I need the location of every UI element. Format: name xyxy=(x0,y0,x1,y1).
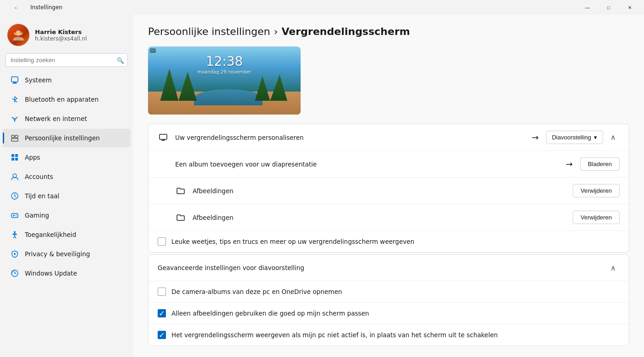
fit-checkbox[interactable]: ✓ xyxy=(158,309,166,317)
back-icon: ← xyxy=(14,5,18,10)
svg-rect-23 xyxy=(160,134,167,139)
sidebar-item-label: Tijd en taal xyxy=(25,192,59,200)
ls-water xyxy=(194,89,262,105)
breadcrumb: Persoonlijke instellingen › Vergrendelin… xyxy=(148,26,629,37)
dropdown-arrow-icon: ▾ xyxy=(594,134,597,141)
advanced-settings-card: Geavanceerde instellingen voor diavoorst… xyxy=(148,254,629,346)
close-button[interactable]: ✕ xyxy=(619,0,640,15)
personalize-collapse-btn[interactable]: ∧ xyxy=(607,131,620,144)
dropdown-value: Diavoorstelling xyxy=(552,134,591,141)
lockscreen-corner: ··· xyxy=(150,48,156,53)
search-box: 🔍 xyxy=(6,53,128,67)
breadcrumb-parent[interactable]: Persoonlijke instellingen xyxy=(148,26,270,37)
svg-rect-6 xyxy=(11,135,14,138)
profile-name: Harrie Kisters xyxy=(35,29,87,35)
minimize-button[interactable]: — xyxy=(577,0,598,15)
sidebar-item-label: Netwerk en internet xyxy=(25,115,87,122)
album-label: Een album toevoegen voor uw diapresentat… xyxy=(175,161,566,168)
advanced-collapse-btn[interactable]: ∧ xyxy=(607,261,620,274)
window-controls: — □ ✕ xyxy=(577,0,640,15)
svg-point-21 xyxy=(14,253,16,255)
app-container: Harrie Kisters h.kisters@xs4all.nl 🔍 Sys… xyxy=(0,15,644,357)
sidebar-item-toegankelijkheid[interactable]: Toegankelijkheid xyxy=(3,225,131,244)
svg-rect-5 xyxy=(11,138,18,141)
fit-label: Alleen afbeeldingen gebruiken die goed o… xyxy=(171,310,369,317)
sidebar-item-netwerk[interactable]: Netwerk en internet xyxy=(3,109,131,128)
lockscreen-preview: 12:38 maandag 29 november ··· xyxy=(148,46,301,115)
systeem-icon xyxy=(10,75,19,85)
sidebar-item-persoonlijk[interactable]: Persoonlijke instellingen xyxy=(3,129,131,147)
folder-icon-1 xyxy=(175,185,186,196)
sidebar-item-apps[interactable]: Apps xyxy=(3,148,131,167)
sidebar-item-label: Accounts xyxy=(25,173,53,180)
folder-control-2: Verwijderen xyxy=(573,211,620,224)
folder-label-1: Afbeeldingen xyxy=(193,187,573,195)
profile-info: Harrie Kisters h.kisters@xs4all.nl xyxy=(35,29,87,42)
sidebar-item-label: Systeem xyxy=(25,76,52,84)
sidebar-item-tijd[interactable]: Tijd en taal xyxy=(3,187,131,205)
sidebar-item-bluetooth[interactable]: Bluetooth en apparaten xyxy=(3,90,131,109)
sidebar-item-label: Gaming xyxy=(25,212,49,219)
breadcrumb-separator: › xyxy=(274,26,278,37)
tips-checkbox[interactable] xyxy=(158,237,166,246)
svg-rect-9 xyxy=(15,154,18,157)
sidebar-item-privacy[interactable]: Privacy & beveiliging xyxy=(3,245,131,263)
svg-point-12 xyxy=(13,174,17,178)
maximize-icon: □ xyxy=(607,5,610,10)
personalize-label: Uw vergrendelingsscherm personaliseren xyxy=(175,134,532,141)
bladeren-button[interactable]: Bladeren xyxy=(580,157,620,171)
tips-label: Leuke weetjes, tips en trucs en meer op … xyxy=(171,238,414,245)
svg-point-17 xyxy=(16,215,17,216)
svg-point-18 xyxy=(16,216,17,217)
accounts-icon xyxy=(10,172,19,181)
maximize-button[interactable]: □ xyxy=(598,0,619,15)
advanced-row-2: ✓ Het vergrendelingsscherm weergeven als… xyxy=(148,324,629,345)
arrow-right-icon-2: → xyxy=(566,159,573,169)
windows-update-icon xyxy=(10,269,19,278)
sidebar: Harrie Kisters h.kisters@xs4all.nl 🔍 Sys… xyxy=(0,15,133,357)
personalize-dropdown[interactable]: Diavoorstelling ▾ xyxy=(546,131,603,144)
personalize-icon xyxy=(158,132,169,143)
sidebar-item-label: Persoonlijke instellingen xyxy=(25,134,100,142)
svg-rect-11 xyxy=(15,158,18,161)
folder-label-2: Afbeeldingen xyxy=(193,214,573,221)
advanced-section-header: Geavanceerde instellingen voor diavoorst… xyxy=(148,255,629,281)
screenoff-checkbox[interactable]: ✓ xyxy=(158,331,166,339)
personalize-control: → Diavoorstelling ▾ ∧ xyxy=(532,131,620,144)
camera-checkbox[interactable] xyxy=(158,288,166,296)
apps-icon xyxy=(10,153,19,162)
sidebar-item-label: Bluetooth en apparaten xyxy=(25,96,99,103)
album-row: Een album toevoegen voor uw diapresentat… xyxy=(148,151,629,178)
camera-label: De camera-albums van deze pc en OneDrive… xyxy=(171,288,342,295)
screenoff-label: Het vergrendelingsscherm weergeven als m… xyxy=(171,331,498,339)
sidebar-item-label: Toegankelijkheid xyxy=(25,231,76,238)
sidebar-item-windows-update[interactable]: Windows Update xyxy=(3,264,131,282)
svg-rect-10 xyxy=(11,158,14,161)
titlebar: ← Instellingen — □ ✕ xyxy=(0,0,644,15)
svg-point-4 xyxy=(14,121,16,122)
minimize-icon: — xyxy=(585,5,590,10)
persoonlijk-icon xyxy=(10,133,19,143)
sidebar-profile: Harrie Kisters h.kisters@xs4all.nl xyxy=(0,18,133,53)
svg-rect-1 xyxy=(11,77,18,82)
verwijderen-button-2[interactable]: Verwijderen xyxy=(573,211,620,224)
tijd-icon xyxy=(10,191,19,201)
tips-row: Leuke weetjes, tips en trucs en meer op … xyxy=(148,231,629,252)
window-title: Instellingen xyxy=(30,4,63,11)
titlebar-left: ← Instellingen xyxy=(6,0,63,15)
back-button[interactable]: ← xyxy=(6,0,27,15)
collapse-icon: ∧ xyxy=(610,133,616,142)
verwijderen-button-1[interactable]: Verwijderen xyxy=(573,184,620,197)
folder-row-2: Afbeeldingen Verwijderen xyxy=(148,204,629,231)
arrow-right-icon: → xyxy=(532,132,539,142)
svg-rect-7 xyxy=(15,135,18,138)
personalize-row: Uw vergrendelingsscherm personaliseren →… xyxy=(148,124,629,151)
svg-rect-8 xyxy=(11,154,14,157)
sidebar-item-label: Apps xyxy=(25,154,40,161)
search-input[interactable] xyxy=(6,53,128,67)
advanced-row-1: ✓ Alleen afbeeldingen gebruiken die goed… xyxy=(148,303,629,324)
sidebar-item-systeem[interactable]: Systeem xyxy=(3,71,131,89)
sidebar-item-gaming[interactable]: Gaming xyxy=(3,206,131,225)
breadcrumb-current: Vergrendelingsscherm xyxy=(281,26,410,37)
sidebar-item-accounts[interactable]: Accounts xyxy=(3,167,131,186)
